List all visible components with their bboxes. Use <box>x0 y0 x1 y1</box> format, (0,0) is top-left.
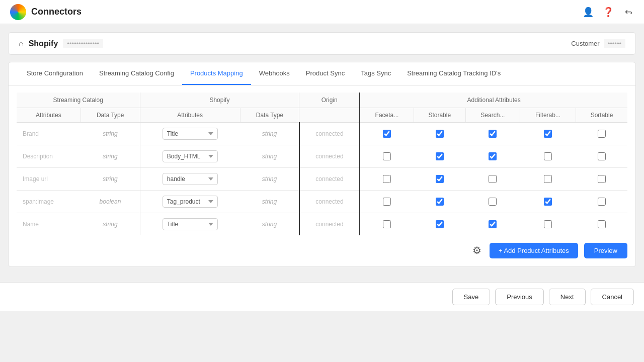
tab-tracking-ids[interactable]: Streaming Catalog Tracking ID's <box>399 62 509 85</box>
table-row: Brand string TitleBody_HTMLhandleTag_pro… <box>17 123 627 145</box>
add-product-attributes-button[interactable]: + Add Product Attributes <box>490 243 578 258</box>
store-sub: •••••••••••••• <box>63 39 103 48</box>
shopify-attr-select[interactable]: TitleBody_HTMLhandleTag_product <box>163 173 218 185</box>
tab-streaming-catalog-config[interactable]: Streaming Catalog Config <box>91 62 182 85</box>
sortable-cell[interactable] <box>576 168 627 191</box>
storable-cell[interactable] <box>414 191 465 213</box>
logout-icon[interactable]: ↪ <box>623 7 634 18</box>
storable-cell[interactable] <box>414 145 465 168</box>
sh-attr-cell[interactable]: TitleBody_HTMLhandleTag_product <box>140 191 240 213</box>
searchable-checkbox[interactable] <box>489 152 497 160</box>
table-row: Image url string TitleBody_HTMLhandleTag… <box>17 168 627 191</box>
storable-checkbox[interactable] <box>436 198 444 206</box>
facetable-cell[interactable] <box>360 168 414 191</box>
sh-attr-cell[interactable]: TitleBody_HTMLhandleTag_product <box>140 168 240 191</box>
previous-button[interactable]: Previous <box>495 289 544 305</box>
shopify-attr-select[interactable]: TitleBody_HTMLhandleTag_product <box>163 218 218 230</box>
subheader-sh-attr: Attributes <box>140 108 240 123</box>
searchable-checkbox[interactable] <box>489 198 497 206</box>
searchable-cell[interactable] <box>465 123 520 145</box>
shopify-attr-select[interactable]: TitleBody_HTMLhandleTag_product <box>163 150 218 162</box>
breadcrumb-left: ⌂ Shopify •••••••••••••• <box>19 39 103 48</box>
sh-attr-cell[interactable]: TitleBody_HTMLhandleTag_product <box>140 145 240 168</box>
subheader-origin <box>299 108 360 123</box>
filterable-cell[interactable] <box>520 123 576 145</box>
table-scroll[interactable]: Streaming Catalog Shopify Origin Additio… <box>17 93 627 235</box>
filterable-cell[interactable] <box>520 191 576 213</box>
storable-checkbox[interactable] <box>436 220 444 228</box>
table-row: Name string TitleBody_HTMLhandleTag_prod… <box>17 213 627 236</box>
shopify-attr-select[interactable]: TitleBody_HTMLhandleTag_product <box>163 196 218 208</box>
facetable-checkbox[interactable] <box>383 130 391 138</box>
facetable-checkbox[interactable] <box>383 175 391 183</box>
sc-type-cell: string <box>80 145 140 168</box>
top-nav: Connectors 👤 ❓ ↪ <box>0 0 644 24</box>
sortable-cell[interactable] <box>576 123 627 145</box>
sc-attr-cell: Name <box>17 213 80 236</box>
filterable-cell[interactable] <box>520 168 576 191</box>
tabs-bar: Store Configuration Streaming Catalog Co… <box>9 62 635 85</box>
sc-attr-cell: span:image <box>17 191 80 213</box>
filterable-checkbox[interactable] <box>544 175 552 183</box>
tab-product-sync[interactable]: Product Sync <box>298 62 353 85</box>
storable-checkbox[interactable] <box>436 130 444 138</box>
customer-label: Customer <box>571 40 599 47</box>
sortable-checkbox[interactable] <box>598 220 606 228</box>
cancel-button[interactable]: Cancel <box>591 289 634 305</box>
nav-right: 👤 ❓ ↪ <box>583 7 634 18</box>
storable-checkbox[interactable] <box>436 152 444 160</box>
filterable-cell[interactable] <box>520 145 576 168</box>
sortable-cell[interactable] <box>576 191 627 213</box>
sortable-checkbox[interactable] <box>598 198 606 206</box>
storable-cell[interactable] <box>414 213 465 236</box>
gear-button[interactable]: ⚙ <box>470 242 484 258</box>
facetable-cell[interactable] <box>360 191 414 213</box>
storable-cell[interactable] <box>414 168 465 191</box>
searchable-checkbox[interactable] <box>489 130 497 138</box>
sortable-cell[interactable] <box>576 145 627 168</box>
facetable-checkbox[interactable] <box>383 220 391 228</box>
filterable-checkbox[interactable] <box>544 220 552 228</box>
help-icon[interactable]: ❓ <box>603 7 614 18</box>
facetable-checkbox[interactable] <box>383 152 391 160</box>
searchable-checkbox[interactable] <box>489 220 497 228</box>
tab-tags-sync[interactable]: Tags Sync <box>353 62 399 85</box>
subheader-sc-attr: Attributes <box>17 108 80 123</box>
sortable-checkbox[interactable] <box>598 152 606 160</box>
sh-attr-cell[interactable]: TitleBody_HTMLhandleTag_product <box>140 213 240 236</box>
sortable-cell[interactable] <box>576 213 627 236</box>
mapping-table: Streaming Catalog Shopify Origin Additio… <box>17 93 627 235</box>
storable-checkbox[interactable] <box>436 175 444 183</box>
facetable-cell[interactable] <box>360 213 414 236</box>
sortable-checkbox[interactable] <box>598 130 606 138</box>
home-icon[interactable]: ⌂ <box>19 39 24 48</box>
facetable-cell[interactable] <box>360 145 414 168</box>
storable-cell[interactable] <box>414 123 465 145</box>
shopify-attr-select[interactable]: TitleBody_HTMLhandleTag_product <box>163 128 218 140</box>
filterable-cell[interactable] <box>520 213 576 236</box>
facetable-cell[interactable] <box>360 123 414 145</box>
user-icon[interactable]: 👤 <box>583 7 594 18</box>
searchable-cell[interactable] <box>465 213 520 236</box>
searchable-cell[interactable] <box>465 168 520 191</box>
tab-webhooks[interactable]: Webhooks <box>251 62 298 85</box>
filterable-checkbox[interactable] <box>544 198 552 206</box>
searchable-cell[interactable] <box>465 145 520 168</box>
main-panel: Store Configuration Streaming Catalog Co… <box>8 62 636 267</box>
origin-cell: connected <box>299 168 360 191</box>
filterable-checkbox[interactable] <box>544 130 552 138</box>
tab-products-mapping[interactable]: Products Mapping <box>182 62 251 85</box>
facetable-checkbox[interactable] <box>383 198 391 206</box>
tab-store-config[interactable]: Store Configuration <box>19 62 91 85</box>
save-button[interactable]: Save <box>452 289 491 305</box>
searchable-checkbox[interactable] <box>489 175 497 183</box>
preview-button[interactable]: Preview <box>584 243 627 258</box>
sortable-checkbox[interactable] <box>598 175 606 183</box>
filterable-checkbox[interactable] <box>544 152 552 160</box>
sh-attr-cell[interactable]: TitleBody_HTMLhandleTag_product <box>140 123 240 145</box>
origin-cell: connected <box>299 145 360 168</box>
next-button[interactable]: Next <box>549 289 586 305</box>
sh-type-cell: string <box>240 213 299 236</box>
searchable-cell[interactable] <box>465 191 520 213</box>
origin-cell: connected <box>299 123 360 145</box>
